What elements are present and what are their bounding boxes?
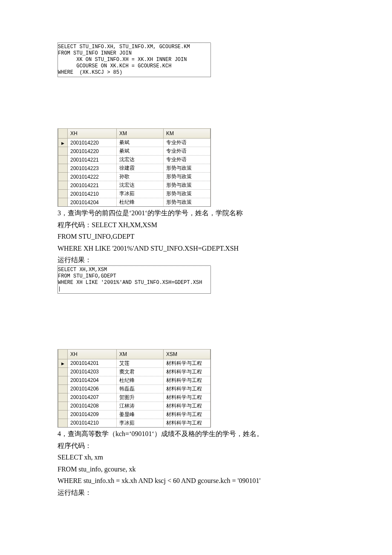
cell: 李冰茹 — [117, 190, 164, 198]
row-selector-header — [58, 349, 68, 359]
row-selector — [58, 139, 68, 147]
table-row: 2001014204杜纪锋形势与政策 — [58, 198, 210, 207]
table-row: 2001014220綦斌专业外语 — [58, 139, 210, 147]
cell: 2001014220 — [68, 139, 117, 147]
table-row: 2001014222孙歌形势与政策 — [58, 173, 210, 181]
code-label: 程序代码： — [58, 221, 92, 228]
table-row: 2001014210李冰茹材料科学与工程 — [58, 419, 210, 427]
cell: 徐建霞 — [117, 164, 164, 173]
cell: 材料科学与工程 — [164, 384, 210, 393]
sql-editor-1: SELECT STU_INFO.XH, STU_INFO.XM, GCOURSE… — [58, 43, 211, 77]
cell: 韩磊磊 — [117, 384, 164, 393]
cell: 材料科学与工程 — [164, 410, 210, 419]
row-selector — [58, 384, 68, 393]
cell: 2001014223 — [68, 164, 117, 173]
cell: 材料科学与工程 — [164, 402, 210, 410]
row-selector — [58, 402, 68, 410]
row-selector — [58, 181, 68, 190]
row-selector — [58, 164, 68, 173]
cell: 孙歌 — [117, 173, 164, 181]
cell: 材料科学与工程 — [164, 419, 210, 427]
cell: 綦斌 — [117, 139, 164, 147]
cell: 2001014203 — [68, 367, 117, 376]
cell: 2001014208 — [68, 402, 117, 410]
q3-code-line-0: SELECT XH,XM,XSM — [92, 221, 157, 228]
cell: 2001014201 — [68, 359, 117, 367]
table-row: 2001014204杜纪锋材料科学与工程 — [58, 376, 210, 384]
row-selector — [58, 393, 68, 402]
cell: 2001014204 — [68, 198, 117, 207]
cell: 2001014221 — [68, 156, 117, 164]
cell: 2001014220 — [68, 147, 117, 156]
result-label: 运行结果： — [58, 487, 334, 498]
row-selector-header — [58, 129, 68, 139]
row-selector — [58, 367, 68, 376]
row-selector — [58, 376, 68, 384]
cell: 沈宏达 — [117, 156, 164, 164]
cell: 专业外语 — [164, 147, 210, 156]
question-3-title: 3，查询学号的前四位是‘2001‘的学生的学号，姓名，学院名称 — [58, 208, 334, 219]
cell: 2001014210 — [68, 419, 117, 427]
cell: 2001014222 — [68, 173, 117, 181]
col-header-xh: XH — [68, 349, 117, 359]
cell: 贺图升 — [117, 393, 164, 402]
table-row: 2001014209姜显峰材料科学与工程 — [58, 410, 210, 419]
cell: 材料科学与工程 — [164, 376, 210, 384]
q4-code-line-1: FROM stu_info, gcourse, xk — [58, 464, 334, 475]
cell: 2001014204 — [68, 376, 117, 384]
cell: 专业外语 — [164, 139, 210, 147]
row-selector — [58, 410, 68, 419]
cell: 沈宏达 — [117, 181, 164, 190]
cell: 形势与政策 — [164, 164, 210, 173]
cell: 姜显峰 — [117, 410, 164, 419]
cell: 窦文君 — [117, 367, 164, 376]
cell: 形势与政策 — [164, 190, 210, 198]
q3-code-line-2: WHERE XH LIKE '2001%'AND STU_INFO.XSH=GD… — [58, 243, 334, 254]
cell: 綦斌 — [117, 147, 164, 156]
table-row: 2001014201艾莲材料科学与工程 — [58, 359, 210, 367]
result-grid-1: XH XM KM 2001014220綦斌专业外语2001014220綦斌专业外… — [58, 128, 211, 207]
row-selector — [58, 173, 68, 181]
cell: 杜纪锋 — [117, 376, 164, 384]
cell: 形势与政策 — [164, 198, 210, 207]
cell: 江林涛 — [117, 402, 164, 410]
cell: 形势与政策 — [164, 173, 210, 181]
sql-editor-2: SELECT XH,XM,XSM FROM STU_INFO,GDEPT WHE… — [58, 266, 211, 294]
col-header-xsm: XSM — [164, 349, 210, 359]
cell: 材料科学与工程 — [164, 359, 210, 367]
code-label: 程序代码： — [58, 440, 334, 451]
cell: 李冰茹 — [117, 419, 164, 427]
cell: 2001014210 — [68, 190, 117, 198]
row-selector — [58, 156, 68, 164]
result-label: 运行结果： — [58, 254, 334, 266]
cell: 形势与政策 — [164, 181, 210, 190]
row-selector — [58, 198, 68, 207]
cell: 2001014207 — [68, 393, 117, 402]
row-selector — [58, 419, 68, 427]
row-selector — [58, 190, 68, 198]
table-row: 2001014210李冰茹形势与政策 — [58, 190, 210, 198]
result-grid-2: XH XM XSM 2001014201艾莲材料科学与工程2001014203窦… — [58, 349, 211, 428]
table-row: 2001014207贺图升材料科学与工程 — [58, 393, 210, 402]
cell: 杜纪锋 — [117, 198, 164, 207]
table-row: 2001014206韩磊磊材料科学与工程 — [58, 384, 210, 393]
cell: 艾莲 — [117, 359, 164, 367]
q4-code-line-0: SELECT xh, xm — [58, 452, 334, 463]
row-selector — [58, 359, 68, 367]
cell: 2001014209 — [68, 410, 117, 419]
q3-code-line-1: FROM STU_INFO,GDEPT — [58, 231, 334, 242]
col-header-km: KM — [164, 129, 210, 139]
col-header-xh: XH — [68, 129, 117, 139]
table-row: 2001014221沈宏达形势与政策 — [58, 181, 210, 190]
cell: 2001014221 — [68, 181, 117, 190]
table-row: 2001014208江林涛材料科学与工程 — [58, 402, 210, 410]
table-row: 2001014203窦文君材料科学与工程 — [58, 367, 210, 376]
cell: 材料科学与工程 — [164, 367, 210, 376]
cell: 专业外语 — [164, 156, 210, 164]
col-header-xm: XM — [117, 349, 164, 359]
table-row: 2001014223徐建霞形势与政策 — [58, 164, 210, 173]
table-row: 2001014220綦斌专业外语 — [58, 147, 210, 156]
row-selector — [58, 147, 68, 156]
col-header-xm: XM — [117, 129, 164, 139]
cell: 材料科学与工程 — [164, 393, 210, 402]
